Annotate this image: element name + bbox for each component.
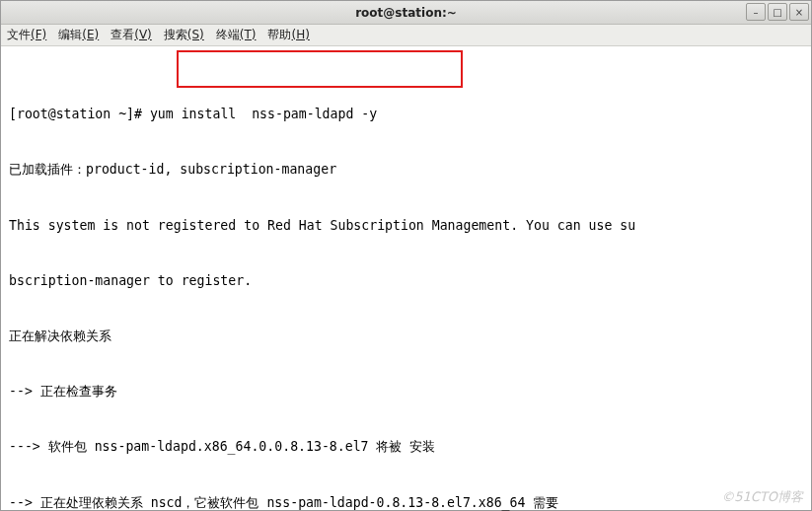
menu-file[interactable]: 文件(F) [7,27,46,43]
title-bar[interactable]: root@station:~ – □ × [1,1,811,25]
window-title: root@station:~ [1,6,811,20]
output-line: --> 正在处理依赖关系 nscd，它被软件包 nss-pam-ldapd-0.… [9,494,803,511]
prompt-line: [root@station ~]# yum install nss-pam-ld… [9,106,803,124]
menu-terminal[interactable]: 终端(T) [216,27,257,43]
output-line: 正在解决依赖关系 [9,328,803,346]
menu-view[interactable]: 查看(V) [111,27,152,43]
close-button[interactable]: × [789,3,809,21]
output-line: This system is not registered to Red Hat… [9,217,803,236]
output-line: --> 正在检查事务 [9,383,803,402]
output-line: bscription-manager to register. [9,272,803,291]
maximize-button[interactable]: □ [768,3,787,21]
output-line: ---> 软件包 nss-pam-ldapd.x86_64.0.0.8.13-8… [9,438,803,457]
shell-command: yum install nss-pam-ldapd -y [150,107,377,121]
highlight-box-icon [177,50,463,88]
terminal-window: root@station:~ – □ × 文件(F) 编辑(E) 查看(V) 搜… [0,0,812,511]
window-controls: – □ × [746,3,809,21]
menu-search[interactable]: 搜索(S) [164,27,204,43]
menu-help[interactable]: 帮助(H) [267,27,309,43]
shell-prompt: [root@station ~]# [9,107,150,121]
terminal-output[interactable]: [root@station ~]# yum install nss-pam-ld… [1,46,811,511]
minimize-button[interactable]: – [746,3,766,21]
menu-edit[interactable]: 编辑(E) [58,27,99,43]
menu-bar: 文件(F) 编辑(E) 查看(V) 搜索(S) 终端(T) 帮助(H) [1,25,811,46]
output-line: 已加载插件：product-id, subscription-manager [9,161,803,180]
